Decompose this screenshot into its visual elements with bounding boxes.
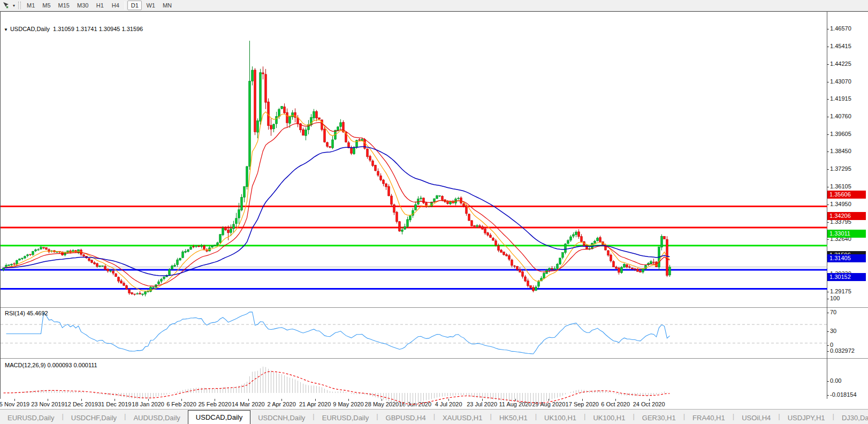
price-axis-tick-label: 1.44225 <box>830 60 851 67</box>
timeframe-toolbar: ▾ M1M5M15M30H1H4D1W1MN <box>0 0 868 11</box>
chart-tab-usdcnh-4[interactable]: USDCNH,Daily <box>250 411 313 424</box>
rsi-axis-tick-label: 70 <box>830 309 836 315</box>
chart-window[interactable]: ▼USDCAD,Daily 1.31059 1.31741 1.30945 1.… <box>0 11 868 399</box>
toolbar-separator <box>125 1 125 10</box>
chevron-down-icon[interactable]: ▾ <box>11 3 17 8</box>
price-axis-badge-1.33011: 1.33011 <box>827 230 866 238</box>
chart-tab-eurusd-5[interactable]: EURUSD,Daily <box>315 411 376 424</box>
chart-tab-bar: EURUSD,Daily|USDCHF,Daily|AUDUSD,DailyUS… <box>0 409 868 424</box>
collapse-triangle-icon[interactable]: ▼ <box>4 27 8 32</box>
axis-tick-mark <box>827 152 829 152</box>
chart-tab-uk100-10[interactable]: UK100,H1 <box>585 411 633 424</box>
axis-tick-mark <box>827 47 829 47</box>
chart-tab-uk100-9[interactable]: UK100,H1 <box>537 411 584 424</box>
chart-title: ▼USDCAD,Daily 1.31059 1.31741 1.30945 1.… <box>4 26 143 32</box>
price-axis-tick-label: 1.36105 <box>830 183 851 190</box>
axis-tick-mark <box>827 331 829 332</box>
axis-tick-mark <box>827 99 829 100</box>
macd-axis-tick-label: -0.018154 <box>830 391 857 398</box>
timeframe-button-h4[interactable]: H4 <box>108 1 123 10</box>
price-axis-tick-label: 1.40760 <box>830 113 851 119</box>
macd-indicator-label: MACD(12,26,9) 0.000093 0.000111 <box>5 362 97 368</box>
timeframe-button-m5[interactable]: M5 <box>39 1 54 10</box>
cursor-tool-icon[interactable] <box>1 1 11 10</box>
price-axis-badge-1.34206: 1.34206 <box>827 212 866 220</box>
price-axis-badge-1.30152: 1.30152 <box>827 273 866 281</box>
price-axis-tick-label: 1.43070 <box>830 78 851 85</box>
price-axis-tick-label: 1.29175 <box>830 288 851 294</box>
chart-ohlc-values: 1.31059 1.31741 1.30945 1.31596 <box>53 26 143 32</box>
chart-tab-usdcad-3[interactable]: USDCAD,Daily <box>188 410 250 424</box>
timeframe-button-m15[interactable]: M15 <box>55 1 73 10</box>
chart-tab-hk50-8[interactable]: HK50,H1 <box>492 411 535 424</box>
price-axis-tick-label: 1.37295 <box>830 165 851 172</box>
axis-tick-mark <box>827 395 829 396</box>
rsi-axis-tick-label: 30 <box>830 328 836 334</box>
axis-tick-mark <box>827 134 829 135</box>
mt4-application-window: ▾ M1M5M15M30H1H4D1W1MN ▼USDCAD,Daily 1.3… <box>0 0 868 424</box>
chart-tab-eurusd-0[interactable]: EURUSD,Daily <box>0 411 62 424</box>
chart-tab-usdjpy-14[interactable]: USDJPY,H1 <box>780 411 833 424</box>
chart-tab-usdchf-1[interactable]: USDCHF,Daily <box>64 411 124 424</box>
timeframe-button-mn[interactable]: MN <box>159 1 175 10</box>
axis-tick-mark <box>827 205 829 205</box>
chart-tab-dj30-15[interactable]: DJ30,Daily <box>834 411 868 424</box>
axis-tick-mark <box>827 299 829 299</box>
axis-tick-mark <box>827 345 829 346</box>
chart-tab-ger30-11[interactable]: GER30,H1 <box>635 411 683 424</box>
timeframe-button-d1[interactable]: D1 <box>127 1 142 10</box>
axis-tick-mark <box>827 82 829 82</box>
price-axis-badge-1.31405: 1.31405 <box>827 254 866 262</box>
price-axis-badge-1.35606: 1.35606 <box>827 191 866 199</box>
axis-tick-mark <box>827 292 829 292</box>
axis-tick-mark <box>827 239 829 240</box>
chart-tab-xauusd-7[interactable]: XAUUSD,H1 <box>435 411 490 424</box>
price-axis-tick-label: 1.41915 <box>830 95 851 102</box>
macd-axis-tick-label: 0.032972 <box>830 347 855 354</box>
chart-tab-fra40-12[interactable]: FRA40,H1 <box>685 411 733 424</box>
axis-tick-mark <box>827 169 829 170</box>
price-axis-tick-label: 1.34950 <box>830 201 851 207</box>
chart-tab-gbpusd-6[interactable]: GBPUSD,H4 <box>378 411 433 424</box>
axis-tick-mark <box>827 187 829 187</box>
timeframe-button-m1[interactable]: M1 <box>24 1 38 10</box>
macd-axis-tick-label: 0.00 <box>830 377 841 384</box>
rsi-indicator-label: RSI(14) 45.4692 <box>5 310 48 316</box>
axis-tick-mark <box>827 117 829 117</box>
rsi-axis-tick-label: 100 <box>830 295 840 301</box>
axis-tick-mark <box>827 64 829 65</box>
axis-tick-mark <box>827 313 829 313</box>
price-chart-pane[interactable] <box>1 24 827 307</box>
timeframe-button-m30[interactable]: M30 <box>74 1 92 10</box>
axis-tick-mark <box>827 29 829 29</box>
toolbar-grip-handle[interactable] <box>18 2 21 9</box>
price-axis-tick-label: 1.38450 <box>830 148 851 154</box>
timeframe-button-h1[interactable]: H1 <box>93 1 107 10</box>
price-axis-tick-label: 1.45415 <box>830 43 851 49</box>
price-axis-tick-label: 1.46570 <box>830 25 851 32</box>
macd-pane[interactable] <box>1 359 827 410</box>
rsi-pane[interactable] <box>1 308 827 358</box>
timeframe-button-w1[interactable]: W1 <box>143 1 158 10</box>
price-axis-tick-label: 1.39605 <box>830 131 851 137</box>
axis-tick-mark <box>827 222 829 223</box>
axis-tick-mark <box>827 381 829 382</box>
chart-tab-audusd-2[interactable]: AUDUSD,Daily <box>126 411 187 424</box>
chart-tab-usoil-13[interactable]: USOil,H4 <box>734 411 778 424</box>
chart-symbol-label: USDCAD,Daily <box>10 26 50 32</box>
axis-tick-mark <box>827 351 829 352</box>
